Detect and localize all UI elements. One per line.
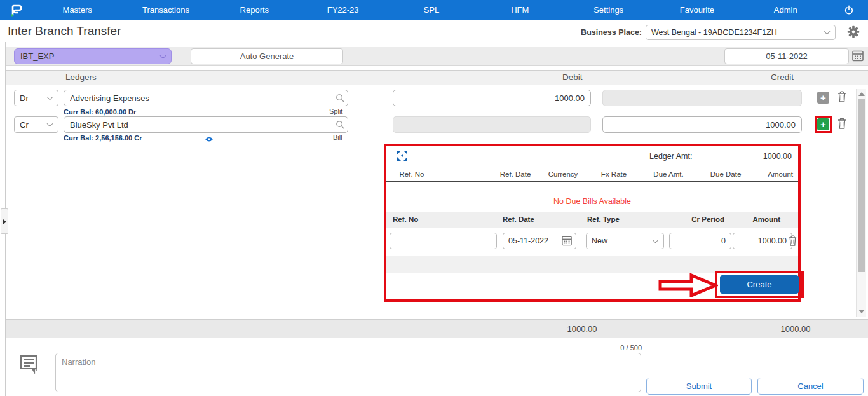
- due-col-amount: Amount: [768, 170, 793, 178]
- pointer-arrow-annotation: [658, 273, 718, 297]
- voucher-date-input[interactable]: [724, 48, 849, 64]
- due-col-due-date: Due Date: [710, 170, 742, 178]
- credit-amount-disabled-row1: [602, 90, 802, 106]
- bill-details-popup: Ledger Amt: 1000.00 Ref. No Ref. Date Cu…: [384, 144, 801, 302]
- nav-item-spl[interactable]: SPL: [387, 0, 475, 20]
- ledger-table-header: Ledgers Debit Credit: [6, 70, 868, 85]
- debit-column-header: Debit: [562, 72, 583, 82]
- debit-amount-disabled-row2: [393, 116, 591, 133]
- calendar-icon[interactable]: [562, 235, 572, 249]
- nav-menu: Masters Transactions Reports FY22-23 SPL…: [33, 0, 830, 20]
- ref-no-input[interactable]: [390, 233, 497, 249]
- scrollbar-thumb[interactable]: [858, 99, 865, 272]
- drcr-select-row1[interactable]: Dr: [14, 90, 58, 106]
- add-bill-button-row2[interactable]: +: [817, 118, 829, 130]
- totals-row: 1000.00 1000.00: [6, 319, 868, 338]
- scroll-down-arrow[interactable]: [858, 310, 865, 313]
- debit-amount-input-row1[interactable]: [393, 90, 591, 106]
- nav-item-fy22-23[interactable]: FY22-23: [299, 0, 387, 20]
- current-balance-row1: Curr Bal: 60,000.00 Dr: [64, 108, 136, 116]
- voucher-type-select[interactable]: IBT_EXP: [14, 48, 172, 64]
- credit-total: 1000.00: [751, 324, 840, 334]
- nav-item-settings[interactable]: Settings: [564, 0, 653, 20]
- no-due-bills-message: No Due Bills Available: [386, 197, 798, 206]
- debit-total: 1000.00: [538, 324, 627, 334]
- due-col-ref-date: Ref. Date: [500, 170, 531, 178]
- search-icon[interactable]: [336, 93, 345, 106]
- create-button[interactable]: Create: [720, 275, 799, 294]
- ledger-name-input-row2[interactable]: [64, 116, 348, 133]
- search-icon[interactable]: [336, 120, 345, 132]
- ledger-amt-label: Ledger Amt:: [649, 152, 692, 161]
- ledgers-column-header: Ledgers: [65, 72, 97, 82]
- chevron-down-icon: [160, 52, 166, 58]
- cancel-button[interactable]: Cancel: [757, 378, 864, 395]
- due-col-ref-no: Ref. No: [400, 170, 424, 178]
- app-logo[interactable]: [0, 0, 33, 20]
- expand-icon[interactable]: [397, 151, 407, 163]
- nav-item-admin[interactable]: Admin: [742, 0, 830, 20]
- form-col-amount: Amount: [753, 215, 780, 223]
- due-col-due-amt: Due Amt.: [653, 170, 683, 178]
- top-nav-bar: Masters Transactions Reports FY22-23 SPL…: [0, 0, 868, 20]
- eye-icon[interactable]: [205, 133, 214, 145]
- page-title: Inter Branch Transfer: [8, 24, 121, 38]
- narration-note-icon: [19, 353, 38, 376]
- submit-button[interactable]: Submit: [646, 378, 752, 395]
- settings-gear-button[interactable]: [846, 25, 860, 39]
- scroll-up-arrow[interactable]: [858, 92, 865, 96]
- split-link[interactable]: Split: [329, 107, 342, 115]
- ledger-name-input-row1[interactable]: [64, 90, 348, 106]
- bill-link[interactable]: Bill: [333, 133, 342, 141]
- gear-icon: [846, 25, 860, 39]
- auto-generate-button[interactable]: Auto Generate: [191, 48, 343, 64]
- power-icon: [843, 4, 855, 16]
- due-col-currency: Currency: [548, 170, 578, 178]
- vertical-scrollbar[interactable]: [856, 89, 866, 317]
- side-panel-toggle[interactable]: [1, 208, 8, 234]
- delete-bill-icon[interactable]: [788, 235, 797, 249]
- form-col-ref-no: Ref. No: [393, 215, 418, 223]
- nav-item-transactions[interactable]: Transactions: [121, 0, 210, 20]
- cr-period-input[interactable]: [669, 233, 731, 249]
- narration-char-counter: 0 / 500: [572, 344, 642, 352]
- due-table-divider: [386, 181, 798, 182]
- credit-column-header: Credit: [771, 72, 794, 82]
- current-balance-row2: Curr Bal: 2,56,156.00 Cr: [64, 134, 142, 142]
- logo-icon: [9, 3, 24, 18]
- ledger-amt-value: 1000.00: [763, 152, 792, 161]
- add-row-button-row1[interactable]: +: [817, 92, 829, 104]
- business-place-value: West Bengal - 19ABCDE1234F1ZH: [651, 28, 777, 37]
- delete-row-icon[interactable]: [837, 117, 847, 132]
- drcr-select-row2[interactable]: Cr: [14, 116, 58, 133]
- ref-type-value: New: [592, 236, 607, 245]
- nav-item-favourite[interactable]: Favourite: [653, 0, 741, 20]
- form-col-ref-date: Ref. Date: [503, 215, 534, 223]
- form-col-ref-type: Ref. Type: [587, 215, 620, 223]
- drcr-value-row1: Dr: [20, 93, 29, 103]
- nav-item-reports[interactable]: Reports: [210, 0, 299, 20]
- due-col-fx-rate: Fx Rate: [601, 170, 627, 178]
- bill-amount-input[interactable]: [733, 233, 792, 249]
- voucher-type-value: IBT_EXP: [20, 51, 54, 61]
- ref-type-select[interactable]: New: [586, 233, 664, 249]
- chevron-down-icon: [824, 29, 831, 35]
- nav-item-masters[interactable]: Masters: [33, 0, 121, 20]
- credit-amount-input-row2[interactable]: [602, 116, 802, 133]
- chevron-down-icon: [47, 121, 53, 127]
- business-place-label: Business Place:: [559, 28, 642, 37]
- calendar-icon[interactable]: [852, 50, 864, 62]
- chevron-down-icon: [653, 237, 659, 243]
- drcr-value-row2: Cr: [20, 120, 29, 130]
- chevron-down-icon: [47, 94, 53, 100]
- nav-item-hfm[interactable]: HFM: [476, 0, 564, 20]
- delete-row-icon[interactable]: [837, 90, 847, 106]
- logout-button[interactable]: [830, 4, 868, 16]
- business-place-select[interactable]: West Bengal - 19ABCDE1234F1ZH: [646, 25, 836, 40]
- form-col-cr-period: Cr Period: [691, 215, 724, 223]
- narration-textarea[interactable]: [55, 353, 641, 392]
